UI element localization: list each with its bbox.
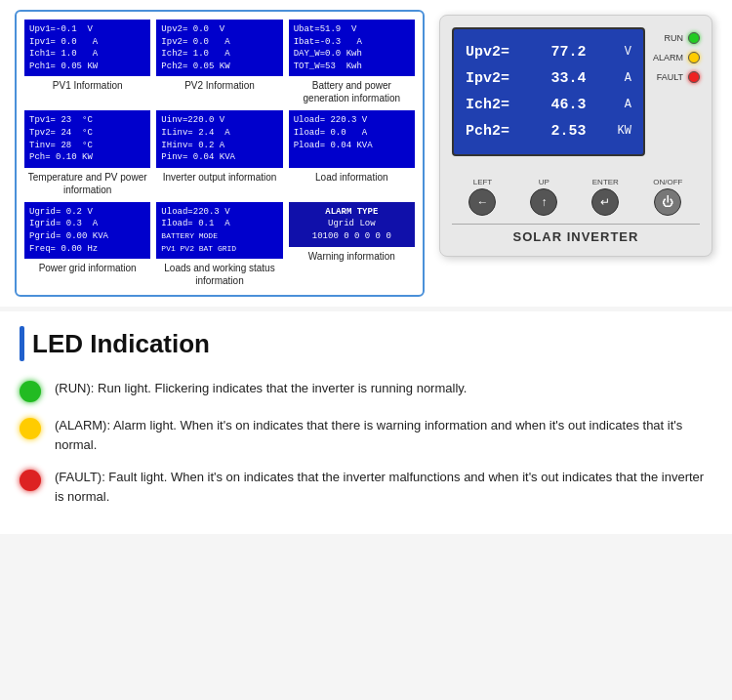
- btn-up-label: UP: [539, 178, 549, 186]
- led-alarm-row: ALARM: [653, 52, 700, 63]
- screen-value-upv2: 77.2: [528, 39, 587, 65]
- screen-value-ipv2: 33.4: [528, 65, 587, 92]
- led-fault-dot: [688, 71, 700, 83]
- pv2-label: PV2 Information: [156, 79, 282, 92]
- bottom-section: LED Indication (RUN): Run light. Flicker…: [0, 311, 732, 534]
- screen-unit-ich2: A: [604, 95, 631, 116]
- inverter-cell: Uinv=220.0 V ILinv= 2.4 A IHinv= 0.2 A P…: [156, 110, 282, 195]
- led-fault-row: FAULT: [657, 71, 700, 83]
- screen-label-upv2: Upv2=: [466, 39, 509, 65]
- screen-row-upv2: Upv2= 77.2 V: [466, 39, 631, 65]
- warning-label: Warning information: [289, 250, 415, 263]
- top-section: Upv1=-0.1 V Ipv1= 0.0 A Ich1= 1.0 A Pch1…: [0, 0, 732, 307]
- inverter-label: Inverter output information: [156, 171, 282, 184]
- screen-label-ich2: Ich2=: [466, 92, 509, 118]
- btn-up-group: UP ↑: [530, 178, 557, 216]
- led-circle-red: [20, 470, 41, 491]
- warning-box: ALARM TYPE Ugrid Low 10100 0 0 0 0 0: [289, 202, 415, 247]
- led-run-dot: [688, 32, 700, 44]
- temp-label: Temperature and PV power information: [24, 171, 150, 196]
- loads-working-cell: Uload=220.3 V Iload= 0.1 A BATTERY MODE …: [156, 202, 282, 287]
- screen-unit-upv2: V: [604, 42, 631, 63]
- btn-onoff[interactable]: ⏻: [654, 188, 681, 216]
- led-run-row: RUN: [665, 32, 701, 44]
- led-circle-yellow: [20, 418, 41, 439]
- btn-left[interactable]: ←: [468, 188, 496, 216]
- screen-unit-pch2: KW: [604, 121, 631, 143]
- led-indication-header: LED Indication: [20, 326, 712, 361]
- btn-onoff-group: ON/OFF ⏻: [653, 178, 682, 216]
- btn-up[interactable]: ↑: [530, 188, 557, 216]
- pv2-box: Upv2= 0.0 V Ipv2= 0.0 A Ich2= 1.0 A Pch2…: [156, 20, 282, 76]
- battery-cell: Ubat=51.9 V Ibat=-0.3 A DAY_W=0.0 Kwh TO…: [289, 20, 415, 104]
- device-screen: Upv2= 77.2 V Ipv2= 33.4 A Ich2= 46.3 A: [452, 27, 645, 156]
- device-buttons: LEFT ← UP ↑ ENTER ↵ ON/OFF ⏻: [452, 174, 700, 220]
- led-run-text: RUN: [665, 33, 684, 43]
- loads-working-label: Loads and working status information: [156, 262, 282, 287]
- btn-left-group: LEFT ←: [468, 178, 496, 216]
- loads-working-box: Uload=220.3 V Iload= 0.1 A BATTERY MODE …: [156, 202, 282, 259]
- led-item-fault: (FAULT): Fault light. When it's on indic…: [20, 468, 712, 506]
- led-item-run: (RUN): Run light. Flickering indicates t…: [20, 379, 712, 402]
- inverter-box: Uinv=220.0 V ILinv= 2.4 A IHinv= 0.2 A P…: [156, 110, 282, 167]
- screen-unit-ipv2: A: [604, 68, 631, 90]
- screen-label-pch2: Pch2=: [466, 118, 509, 144]
- led-alarm-text: ALARM: [653, 53, 683, 62]
- device-title: SOLAR INVERTER: [452, 224, 700, 244]
- temp-cell: Tpv1= 23 °C Tpv2= 24 °C Tinv= 28 °C Pch=…: [24, 110, 150, 195]
- info-panel: Upv1=-0.1 V Ipv1= 0.0 A Ich1= 1.0 A Pch1…: [15, 10, 425, 297]
- led-alarm-description: (ALARM): Alarm light. When it's on indic…: [55, 416, 712, 454]
- load-label: Load information: [289, 171, 415, 184]
- grid-box: Ugrid= 0.2 V Igrid= 0.3 A Pgrid= 0.00 KV…: [24, 202, 150, 259]
- screen-value-pch2: 2.53: [528, 118, 587, 144]
- screen-row-pch2: Pch2= 2.53 KW: [466, 118, 631, 144]
- btn-enter[interactable]: ↵: [591, 188, 619, 216]
- title-bar-decoration: [20, 326, 24, 361]
- device-panel: Upv2= 77.2 V Ipv2= 33.4 A Ich2= 46.3 A: [434, 10, 717, 297]
- btn-enter-label: ENTER: [592, 178, 619, 186]
- load-box: Uload= 220.3 V Iload= 0.0 A Pload= 0.04 …: [289, 110, 415, 167]
- led-fault-description: (FAULT): Fault light. When it's on indic…: [55, 468, 712, 506]
- screen-row-ipv2: Ipv2= 33.4 A: [466, 65, 631, 92]
- led-fault-text: FAULT: [657, 72, 683, 82]
- load-cell: Uload= 220.3 V Iload= 0.0 A Pload= 0.04 …: [289, 110, 415, 195]
- screen-value-ich2: 46.3: [528, 92, 587, 118]
- pv2-cell: Upv2= 0.0 V Ipv2= 0.0 A Ich2= 1.0 A Pch2…: [156, 20, 282, 104]
- btn-left-label: LEFT: [473, 178, 493, 186]
- pv1-label: PV1 Information: [24, 79, 150, 92]
- battery-label: Battery and power generation information: [289, 79, 415, 104]
- led-indication-title-text: LED Indication: [32, 329, 210, 359]
- temp-box: Tpv1= 23 °C Tpv2= 24 °C Tinv= 28 °C Pch=…: [24, 110, 150, 167]
- device-led-indicators: RUN ALARM FAULT: [653, 27, 700, 166]
- btn-onoff-label: ON/OFF: [653, 178, 682, 186]
- grid-cell: Ugrid= 0.2 V Igrid= 0.3 A Pgrid= 0.00 KV…: [24, 202, 150, 287]
- led-alarm-dot: [688, 52, 700, 63]
- screen-row-ich2: Ich2= 46.3 A: [466, 92, 631, 118]
- pv1-box: Upv1=-0.1 V Ipv1= 0.0 A Ich1= 1.0 A Pch1…: [24, 20, 150, 76]
- battery-box: Ubat=51.9 V Ibat=-0.3 A DAY_W=0.0 Kwh TO…: [289, 20, 415, 76]
- led-run-description: (RUN): Run light. Flickering indicates t…: [55, 379, 467, 398]
- pv1-cell: Upv1=-0.1 V Ipv1= 0.0 A Ich1= 1.0 A Pch1…: [24, 20, 150, 104]
- warning-cell: ALARM TYPE Ugrid Low 10100 0 0 0 0 0 War…: [289, 202, 415, 287]
- led-item-alarm: (ALARM): Alarm light. When it's on indic…: [20, 416, 712, 454]
- screen-label-ipv2: Ipv2=: [466, 65, 509, 92]
- inverter-device: Upv2= 77.2 V Ipv2= 33.4 A Ich2= 46.3 A: [439, 15, 712, 257]
- grid-label: Power grid information: [24, 262, 150, 274]
- btn-enter-group: ENTER ↵: [591, 178, 619, 216]
- led-circle-green: [20, 381, 41, 402]
